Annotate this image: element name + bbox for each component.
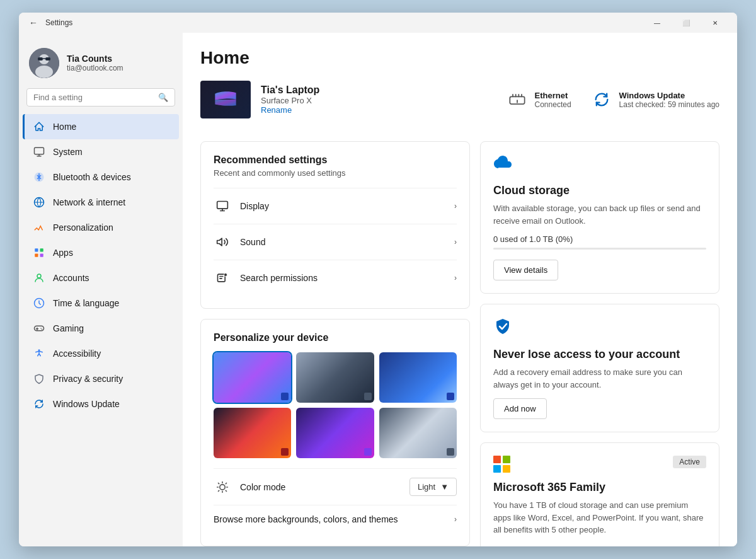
sidebar-label-network: Network & internet [53, 197, 125, 207]
wallpaper-4[interactable] [214, 408, 291, 458]
sidebar-label-time: Time & language [53, 298, 119, 308]
sidebar-item-bluetooth[interactable]: Bluetooth & devices [23, 164, 179, 190]
wp6-indicator [447, 448, 454, 456]
ms365-header: Active [493, 456, 706, 473]
svg-rect-3 [38, 57, 43, 61]
svg-point-13 [37, 274, 41, 278]
sound-label: Sound [240, 237, 454, 247]
svg-point-22 [224, 274, 227, 277]
wp1-indicator [281, 393, 289, 400]
sidebar-item-update[interactable]: Windows Update [23, 391, 179, 417]
right-column: Cloud storage With available storage, yo… [480, 141, 719, 546]
windows-update-status: Windows Update Last checked: 59 minutes … [592, 89, 719, 110]
sidebar-item-personalization[interactable]: Personalization [23, 215, 179, 240]
sidebar-item-home[interactable]: Home [23, 114, 179, 139]
cloud-storage-desc: With available storage, you can back up … [493, 202, 706, 227]
ms365-title: Microsoft 365 Family [493, 481, 706, 494]
sidebar-item-system[interactable]: System [23, 139, 179, 164]
personalization-icon [33, 221, 45, 234]
titlebar: ← Settings — ⬜ ✕ [19, 13, 737, 33]
maximize-button[interactable]: ⬜ [672, 13, 701, 33]
account-security-title: Never lose access to your account [493, 348, 706, 361]
ethernet-text: Ethernet Connected [535, 91, 571, 109]
avatar-image [29, 48, 59, 78]
avatar [29, 48, 59, 78]
wp2-indicator [364, 393, 372, 400]
sidebar-label-apps: Apps [53, 248, 73, 258]
left-column: Recommended settings Recent and commonly… [200, 141, 470, 546]
svg-rect-20 [217, 202, 228, 209]
close-button[interactable]: ✕ [701, 13, 730, 33]
display-label: Display [240, 201, 454, 211]
search-box[interactable]: 🔍 [26, 88, 175, 107]
gaming-icon [33, 322, 45, 335]
wallpaper-6[interactable] [379, 408, 457, 458]
display-setting[interactable]: Display › [214, 188, 457, 224]
back-button[interactable]: ← [26, 16, 40, 29]
device-rename-link[interactable]: Rename [261, 105, 319, 115]
storage-usage-text: 0 used of 1.0 TB (0%) [493, 234, 706, 244]
sidebar-item-accessibility[interactable]: Accessibility [23, 341, 179, 366]
sidebar-item-gaming[interactable]: Gaming [23, 316, 179, 341]
main-content: Home [183, 33, 737, 546]
browse-themes-setting[interactable]: Browse more backgrounds, colors, and the… [214, 505, 457, 533]
add-now-button[interactable]: Add now [493, 398, 547, 419]
user-profile[interactable]: Tia Counts tia@outlook.com [19, 43, 183, 88]
status-items: Ethernet Connected Windows Update [507, 89, 719, 110]
color-mode-select[interactable]: Light ▼ [410, 478, 457, 496]
apps-icon [33, 246, 45, 259]
search-input[interactable] [33, 93, 153, 102]
svg-rect-11 [35, 254, 38, 257]
sidebar-label-accounts: Accounts [53, 273, 89, 283]
sidebar-label-update: Windows Update [53, 399, 120, 409]
color-mode-icon [214, 478, 231, 496]
sidebar-item-privacy[interactable]: Privacy & security [23, 366, 179, 391]
svg-point-23 [220, 484, 225, 489]
update-label: Windows Update [619, 91, 719, 100]
sound-setting[interactable]: Sound › [214, 224, 457, 260]
microsoft365-card: Active Microsoft 365 Family You have 1 T… [480, 442, 719, 546]
device-info: Tia's Laptop Surface Pro X Rename [200, 81, 319, 118]
svg-rect-10 [40, 248, 43, 251]
home-icon [33, 120, 45, 133]
display-arrow: › [454, 202, 457, 210]
sidebar-label-accessibility: Accessibility [53, 349, 101, 359]
view-details-button[interactable]: View details [493, 260, 558, 280]
ms365-desc: You have 1 TB of cloud storage and can u… [493, 499, 706, 536]
search-permissions-setting[interactable]: Search permissions › [214, 260, 457, 296]
sidebar-item-network[interactable]: Network & internet [23, 190, 179, 215]
search-permissions-arrow: › [454, 274, 457, 282]
wallpaper-2[interactable] [296, 352, 374, 403]
device-banner: Tia's Laptop Surface Pro X Rename [200, 81, 719, 129]
ethernet-value: Connected [535, 100, 571, 109]
wallpaper-3[interactable] [379, 352, 457, 403]
svg-point-17 [42, 329, 43, 330]
personalize-title: Personalize your device [214, 332, 457, 343]
update-icon [33, 398, 45, 410]
sidebar-item-apps[interactable]: Apps [23, 240, 179, 265]
svg-rect-15 [35, 326, 44, 331]
device-text: Tia's Laptop Surface Pro X Rename [261, 84, 319, 115]
wallpaper-1[interactable] [214, 352, 291, 403]
time-icon [33, 297, 45, 309]
sidebar-label-system: System [53, 147, 83, 157]
sidebar-item-accounts[interactable]: Accounts [23, 265, 179, 291]
titlebar-left: ← Settings [26, 16, 72, 29]
minimize-button[interactable]: — [643, 13, 672, 33]
cloud-storage-card: Cloud storage With available storage, yo… [480, 141, 719, 294]
account-security-card: Never lose access to your account Add a … [480, 304, 719, 432]
wallpaper-5[interactable] [296, 408, 374, 458]
ethernet-status: Ethernet Connected [507, 89, 571, 110]
sound-arrow: › [454, 238, 457, 246]
storage-bar [493, 248, 706, 250]
recommended-settings-card: Recommended settings Recent and commonly… [200, 141, 470, 309]
user-name: Tia Counts [67, 54, 123, 64]
color-mode-row: Color mode Light ▼ [214, 468, 457, 505]
titlebar-title: Settings [45, 18, 72, 27]
recommended-title: Recommended settings [214, 154, 457, 166]
display-icon [214, 197, 231, 215]
privacy-icon [33, 372, 45, 385]
device-model: Surface Pro X [261, 96, 319, 105]
search-permissions-icon [214, 269, 231, 287]
sidebar-item-time[interactable]: Time & language [23, 291, 179, 316]
